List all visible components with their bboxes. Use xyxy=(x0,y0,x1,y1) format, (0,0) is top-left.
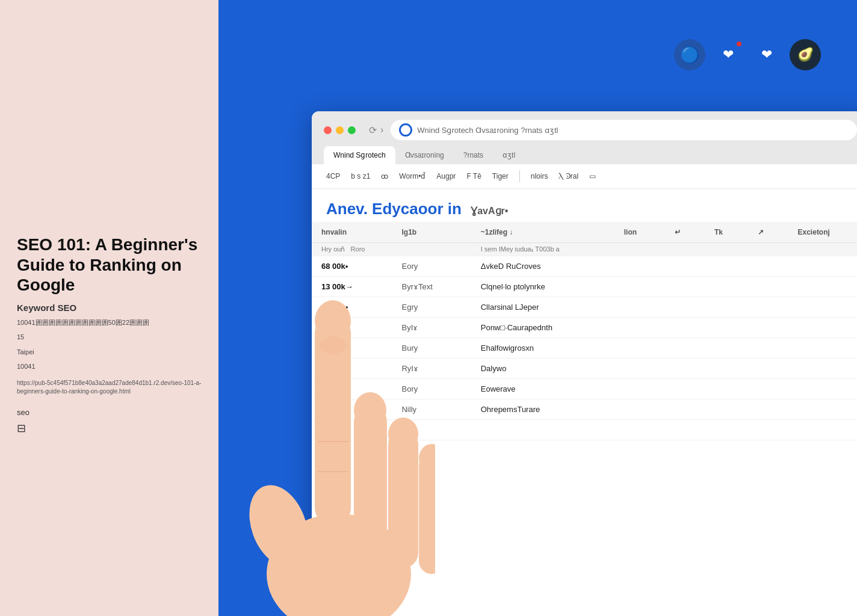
cell-keyword-1: Clqnel·lo ptolynrke xyxy=(471,277,614,297)
cell-diff-1: ByrɤText xyxy=(392,277,471,297)
table-row: S0 00k• Nilly OhrepemsTurare xyxy=(312,399,857,420)
meta-line-1: 10041囲囲囲囲囲囲囲囲囲囲囲50囲22囲囲囲 xyxy=(17,318,202,328)
browser-icon xyxy=(399,123,412,137)
tag-label: seo xyxy=(17,408,202,417)
cell-volume-7: S0 00k• xyxy=(312,399,392,420)
col-header-1: lg1b xyxy=(392,222,471,243)
table-row: 32 00k• Bury Ehalfowigrosxn xyxy=(312,338,857,359)
cell-diff-5: RyIɤ xyxy=(392,359,471,379)
browser-top-bar: ⟳ › Wnind Sɡrotech Ɑvsaɪroning ?rnats ɑʒ… xyxy=(324,120,857,140)
article-url: https://pub-5c454f571b8e40a3a2aad27ade84… xyxy=(17,379,202,396)
traffic-lights xyxy=(324,126,356,134)
table-subheader-row: Hry oun̄ Roro I sem IMey iudua₁ T003b a xyxy=(312,243,857,256)
toolbar-item-1[interactable]: b s z1 xyxy=(351,172,370,180)
cell-volume-0: 68 00k• xyxy=(312,256,392,277)
meta-line-4: 10041 xyxy=(17,362,202,372)
right-panel: 🔵 ❤ ❤ 🥑 ⟳ › xyxy=(218,0,857,616)
cell-diff-0: Eory xyxy=(392,256,471,277)
col-header-7: Excietonj xyxy=(788,222,857,243)
table-row: 32 00k• Bory Eowerave xyxy=(312,379,857,399)
cell-diff-6: Bory xyxy=(392,379,471,399)
toolbar-item-9[interactable]: ▭ xyxy=(589,172,596,180)
table-body: 68 00k• Eory ΔvkeD RuCroves 13 00k→ Byrɤ… xyxy=(312,256,857,440)
toolbar-item-5[interactable]: F Tē xyxy=(466,172,481,180)
content-toolbar: 4CP b s z1 ꝏ Worm•d̈ Augpr F Tē Tiger nl… xyxy=(312,164,857,189)
cell-volume-1: 13 00k→ xyxy=(312,277,392,297)
toolbar-item-4[interactable]: Augpr xyxy=(436,172,456,180)
nav-buttons: ⟳ › xyxy=(369,125,383,136)
article-subtitle: Keyword SEO xyxy=(17,303,202,313)
cell-keyword-7: OhrepemsTurare xyxy=(471,399,614,420)
toolbar-divider xyxy=(519,170,520,182)
content-subtitle: ƔavAɡr• xyxy=(471,206,508,216)
cell-diff-3: ByIɤ xyxy=(392,318,471,338)
icon-3: ❤ xyxy=(751,39,782,70)
icon-2: ❤ xyxy=(713,39,744,70)
toolbar-item-7[interactable]: nloirs xyxy=(531,172,548,180)
table-row: 17 004• RyIɤ Dalywo xyxy=(312,359,857,379)
left-panel: SEO 101: A Beginner's Guide to Ranking o… xyxy=(0,0,218,616)
tab-1[interactable]: Ɑvsaɪroning xyxy=(395,146,454,164)
browser-content: 4CP b s z1 ꝏ Worm•d̈ Augpr F Tē Tiger nl… xyxy=(312,164,857,616)
cell-keyword-2: Cllarsinal LJeper xyxy=(471,297,614,318)
data-table: hnvalin lg1b ~1zlifeg ↓ lion ↵ Tk ↗ Exci… xyxy=(312,222,857,440)
icon-4: 🥑 xyxy=(790,39,821,70)
toolbar-item-2[interactable]: ꝏ xyxy=(381,172,388,180)
table-row: 80 00k• ByIɤ Ponw□·Caurapednth xyxy=(312,318,857,338)
browser-chrome: ⟳ › Wnind Sɡrotech Ɑvsaɪroning ?rnats ɑʒ… xyxy=(312,111,857,164)
toolbar-item-3[interactable]: Worm•d̈ xyxy=(399,172,425,180)
meta-line-3: Taipei xyxy=(17,347,202,357)
browser-window: ⟳ › Wnind Sɡrotech Ɑvsaɪroning ?rnats ɑʒ… xyxy=(312,111,857,616)
col-header-5: Tk xyxy=(705,222,748,243)
top-right-icons: 🔵 ❤ ❤ 🥑 xyxy=(674,39,821,70)
cell-keyword-5: Dalywo xyxy=(471,359,614,379)
cell-keyword-0: ΔvkeD RuCroves xyxy=(471,256,614,277)
content-title-prefix: Anev. xyxy=(326,200,372,218)
cell-volume-5: 17 004• xyxy=(312,359,392,379)
table-header-row: hnvalin lg1b ~1zlifeg ↓ lion ↵ Tk ↗ Exci… xyxy=(312,222,857,243)
browser-tabs: Wnind Sɡrotech Ɑvsaɪroning ?rnats ɑʒtl xyxy=(324,146,857,164)
toolbar-item-6[interactable]: Tiger xyxy=(492,172,509,180)
cell-volume-8: 8F 00k• xyxy=(312,420,392,440)
traffic-light-red[interactable] xyxy=(324,126,332,134)
content-header: Anev. Edycaoor in ƔavAɡr• xyxy=(312,189,857,222)
nav-back[interactable]: ⟳ xyxy=(369,125,377,136)
toolbar-item-0[interactable]: 4CP xyxy=(326,172,340,180)
cell-keyword-4: Ehalfowigrosxn xyxy=(471,338,614,359)
cell-diff-2: Egry xyxy=(392,297,471,318)
table-row: 81 00k• Egry Cllarsinal LJeper xyxy=(312,297,857,318)
col-header-3: lion xyxy=(614,222,665,243)
icon-1: 🔵 xyxy=(674,39,705,70)
content-title-in: in xyxy=(448,200,462,218)
tab-0[interactable]: Wnind Sɡrotech xyxy=(324,146,395,164)
article-title: SEO 101: A Beginner's Guide to Ranking o… xyxy=(17,235,202,295)
address-text: Wnind Sɡrotech Ɑvsaɪroning ?rnats ɑʒtl xyxy=(417,126,849,135)
content-title-blue: Edycaoor xyxy=(372,200,444,218)
nav-forward[interactable]: › xyxy=(380,125,383,136)
col-header-2: ~1zlifeg ↓ xyxy=(471,222,614,243)
cell-keyword-3: Ponw□·Caurapednth xyxy=(471,318,614,338)
col-header-4: ↵ xyxy=(665,222,705,243)
svg-point-1 xyxy=(243,477,318,574)
tab-2[interactable]: ?rnats xyxy=(454,146,493,164)
cell-keyword-6: Eowerave xyxy=(471,379,614,399)
col-header-6: ↗ xyxy=(748,222,788,243)
tag-icon: ⊟ xyxy=(17,422,202,435)
tab-3[interactable]: ɑʒtl xyxy=(493,146,525,164)
toolbar-item-8[interactable]: Ⲗ Ꜿral xyxy=(558,172,578,180)
cell-volume-2: 81 00k• xyxy=(312,297,392,318)
content-title: Anev. Edycaoor in ƔavAɡr• xyxy=(326,200,855,218)
cell-volume-6: 32 00k• xyxy=(312,379,392,399)
table-row: 8F 00k• xyxy=(312,420,857,440)
table-container: hnvalin lg1b ~1zlifeg ↓ lion ↵ Tk ↗ Exci… xyxy=(312,222,857,440)
table-row: 13 00k→ ByrɤText Clqnel·lo ptolynrke xyxy=(312,277,857,297)
table-row: 68 00k• Eory ΔvkeD RuCroves xyxy=(312,256,857,277)
cell-diff-4: Bury xyxy=(392,338,471,359)
traffic-light-green[interactable] xyxy=(348,126,356,134)
cell-volume-3: 80 00k• xyxy=(312,318,392,338)
traffic-light-yellow[interactable] xyxy=(336,126,344,134)
cell-volume-4: 32 00k• xyxy=(312,338,392,359)
cell-diff-7: Nilly xyxy=(392,399,471,420)
address-bar[interactable]: Wnind Sɡrotech Ɑvsaɪroning ?rnats ɑʒtl xyxy=(391,120,857,140)
col-header-0: hnvalin xyxy=(312,222,392,243)
